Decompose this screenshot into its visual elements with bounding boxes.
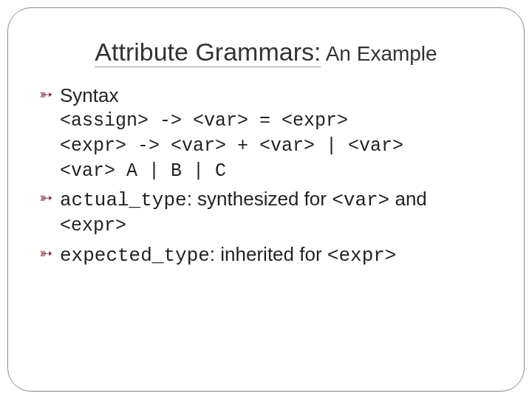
- text: and: [389, 188, 427, 210]
- bullet-icon: ➳: [39, 242, 60, 265]
- bullet-icon: ➳: [39, 83, 60, 106]
- bullet-text: expected_type: inherited for <expr>: [60, 242, 502, 269]
- title-sub: An Example: [321, 42, 437, 65]
- bullet-text: Syntax: [60, 83, 502, 109]
- grammar-block: <assign> -> <var> = <expr> <expr> -> <va…: [39, 109, 502, 183]
- bullet-icon: ➳: [39, 186, 60, 210]
- text: :: [210, 243, 220, 265]
- text: synthesized for: [197, 188, 332, 210]
- bullet-expected-type: ➳ expected_type: inherited for <expr>: [39, 242, 502, 269]
- continuation-line: <expr>: [39, 214, 502, 239]
- code-term: actual_type: [60, 189, 187, 211]
- bullet-text: actual_type: synthesized for <var> and: [60, 186, 502, 214]
- grammar-line: <assign> -> <var> = <expr>: [60, 109, 502, 134]
- code-term: <var>: [332, 189, 389, 211]
- grammar-line: <var> A | B | C: [60, 159, 502, 184]
- code-term: <expr>: [327, 245, 397, 267]
- content-area: ➳ Syntax <assign> -> <var> = <expr> <exp…: [30, 83, 502, 269]
- code-term: <expr>: [60, 215, 126, 236]
- code-term: expected_type: [60, 245, 210, 267]
- title-area: Attribute Grammars: An Example: [30, 38, 502, 66]
- text: inherited for: [220, 243, 327, 265]
- grammar-line: <expr> -> <var> + <var> | <var>: [60, 134, 502, 159]
- bullet-syntax: ➳ Syntax: [39, 83, 502, 109]
- text: :: [187, 188, 197, 210]
- title-main: Attribute Grammars:: [95, 38, 321, 67]
- bullet-actual-type: ➳ actual_type: synthesized for <var> and: [39, 186, 502, 214]
- slide-frame: Attribute Grammars: An Example ➳ Syntax …: [7, 7, 525, 392]
